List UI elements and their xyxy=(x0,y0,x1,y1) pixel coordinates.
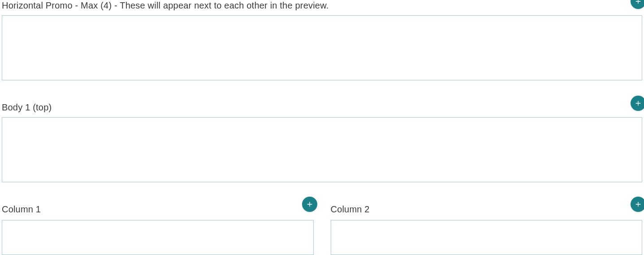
add-column2-button[interactable] xyxy=(631,197,644,212)
body1-section: Body 1 (top) xyxy=(2,102,642,182)
add-column1-button[interactable] xyxy=(302,197,317,212)
column2-dropzone[interactable] xyxy=(331,220,643,255)
column1-label: Column 1 xyxy=(2,204,314,215)
horizontal-promo-label: Horizontal Promo - Max (4) - These will … xyxy=(2,0,642,11)
column2-section: Column 2 xyxy=(331,204,643,255)
horizontal-promo-dropzone[interactable] xyxy=(2,15,642,80)
plus-icon xyxy=(635,0,642,5)
plus-icon xyxy=(635,201,642,208)
body1-label: Body 1 (top) xyxy=(2,102,642,113)
plus-icon xyxy=(306,201,313,208)
add-body1-button[interactable] xyxy=(631,96,644,111)
body1-dropzone[interactable] xyxy=(2,117,642,182)
plus-icon xyxy=(635,100,642,107)
columns-row: Column 1 Column 2 xyxy=(2,204,642,255)
column2-label: Column 2 xyxy=(331,204,643,215)
column1-dropzone[interactable] xyxy=(2,220,314,255)
horizontal-promo-section: Horizontal Promo - Max (4) - These will … xyxy=(2,0,642,80)
column1-section: Column 1 xyxy=(2,204,314,255)
